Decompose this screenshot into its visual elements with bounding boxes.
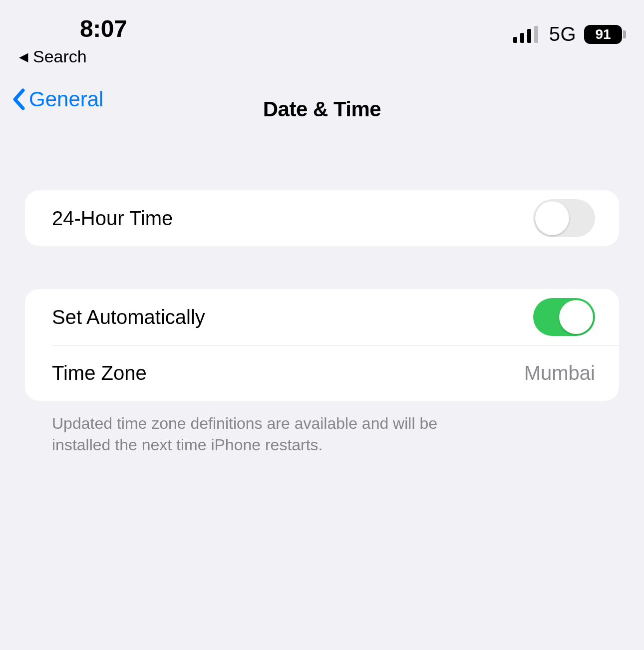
svg-rect-0 [513, 37, 517, 43]
battery-percent: 91 [595, 26, 611, 42]
row-label: 24-Hour Time [52, 207, 173, 230]
network-type: 5G [549, 23, 576, 45]
back-button[interactable]: General [11, 87, 103, 111]
settings-group-auto: Set Automatically Time Zone Mumbai [25, 289, 619, 401]
breadcrumb-label: Search [33, 47, 87, 66]
time-zone-value: Mumbai [524, 362, 595, 384]
caret-left-icon: ◀ [19, 50, 28, 64]
row-label: Time Zone [52, 362, 147, 384]
row-24-hour-time: 24-Hour Time [25, 190, 619, 246]
toggle-set-automatically[interactable] [533, 298, 595, 336]
battery-indicator: 91 [584, 25, 622, 44]
svg-rect-3 [534, 26, 538, 43]
cellular-signal-icon [513, 26, 541, 43]
settings-group-time-format: 24-Hour Time [25, 190, 619, 246]
toggle-knob [559, 300, 593, 334]
svg-rect-1 [520, 33, 524, 43]
back-to-app-breadcrumb[interactable]: ◀ Search [0, 44, 644, 66]
row-set-automatically: Set Automatically [25, 289, 619, 345]
navigation-bar: General Date & Time [0, 87, 644, 131]
section-footer-note: Updated time zone definitions are availa… [52, 413, 461, 456]
back-button-label: General [29, 87, 103, 111]
toggle-knob [535, 201, 569, 235]
status-time: 8:07 [80, 15, 127, 42]
svg-rect-2 [527, 29, 531, 43]
status-right-cluster: 5G 91 [513, 23, 622, 45]
toggle-24-hour-time[interactable] [533, 199, 595, 237]
status-bar: 8:07 5G 91 [0, 0, 644, 44]
row-label: Set Automatically [52, 306, 205, 328]
chevron-left-icon [11, 87, 27, 111]
row-time-zone[interactable]: Time Zone Mumbai [52, 345, 619, 401]
